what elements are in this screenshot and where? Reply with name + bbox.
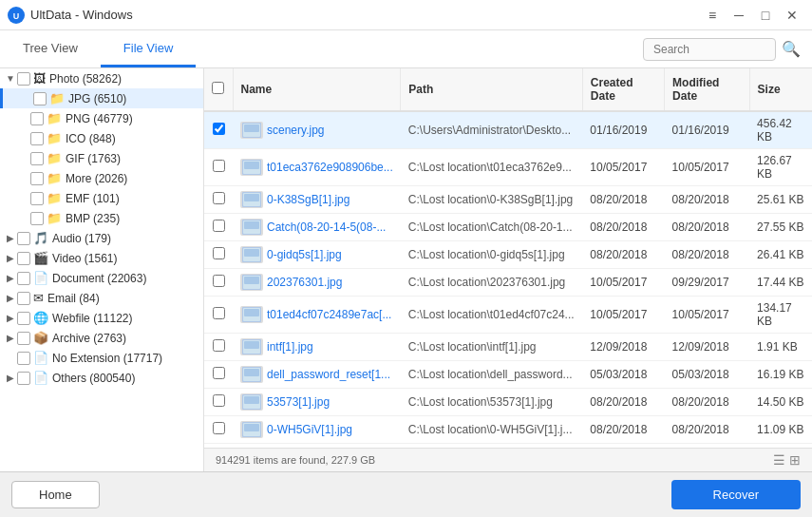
document-checkbox[interactable] [17,272,30,285]
audio-checkbox[interactable] [17,232,30,245]
email-checkbox[interactable] [17,292,30,305]
sidebar-item-bmp[interactable]: 📁 BMP (235) [0,208,203,228]
table-row[interactable]: Catch(08-20-14-5(08-... C:\Lost location… [204,214,812,241]
row-path-3: C:\Lost location\Catch(08-20-1... [401,214,583,241]
row-checkbox-cell-2[interactable] [204,186,233,214]
row-checkbox-cell-8[interactable] [204,361,233,389]
col-path-header[interactable]: Path [401,68,583,111]
minimize-button[interactable]: ─ [727,4,751,27]
row-checkbox-6[interactable] [213,307,225,319]
bmp-checkbox[interactable] [30,212,44,225]
col-size-header[interactable]: Size [749,68,812,111]
col-modified-header[interactable]: Modified Date [665,68,749,111]
sidebar-item-emf[interactable]: 📁 EMF (101) [0,188,203,208]
row-checkbox-cell-6[interactable] [204,297,233,334]
home-button[interactable]: Home [11,481,100,508]
table-row[interactable]: 0-K38SgB[1].jpg C:\Lost location\0-K38Sg… [204,186,812,214]
row-checkbox-7[interactable] [213,339,225,352]
col-created-header[interactable]: Created Date [582,68,664,111]
sidebar-item-png[interactable]: 📁 PNG (46779) [0,108,203,128]
search-icon[interactable]: 🔍 [782,40,801,58]
row-checkbox-cell-10[interactable] [204,416,233,444]
row-checkbox-cell-4[interactable] [204,241,233,269]
file-thumb-1 [240,159,263,176]
others-checkbox[interactable] [17,372,30,385]
sidebar-item-webfile[interactable]: ▶ 🌐 Webfile (11122) [0,308,203,328]
row-checkbox-5[interactable] [213,275,225,287]
sidebar-item-jpg[interactable]: 📁 JPG (6510) [0,88,203,108]
table-row[interactable]: 0-gidq5s[1].jpg C:\Lost location\0-gidq5… [204,241,812,269]
sidebar-item-ico[interactable]: 📁 ICO (848) [0,128,203,148]
table-row[interactable]: t01ed4cf07c2489e7ac[... C:\Lost location… [204,297,812,334]
tab-tree-view[interactable]: Tree View [0,30,101,67]
more-checkbox[interactable] [30,172,44,185]
file-area: Name Path Created Date Modified Date [204,68,812,471]
video-checkbox[interactable] [17,252,30,265]
row-path-9: C:\Lost location\53573[1].jpg [401,389,583,416]
row-checkbox-8[interactable] [213,367,225,379]
maximize-button[interactable]: □ [753,4,778,27]
select-all-checkbox[interactable] [212,82,224,94]
row-checkbox-cell-7[interactable] [204,334,233,361]
png-label: PNG (46779) [66,112,133,125]
table-row[interactable]: 0-WH5GiV[1].jpg C:\Lost location\0-WH5Gi… [204,416,812,444]
table-row[interactable]: dell_password_reset[1... C:\Lost locatio… [204,361,812,389]
more-label: More (2026) [66,172,127,185]
webfile-checkbox[interactable] [17,312,30,325]
audio-label: Audio (179) [52,232,111,245]
row-path-4: C:\Lost location\0-gidq5s[1].jpg [401,241,583,269]
photo-checkbox[interactable] [17,72,30,86]
row-checkbox-cell-0[interactable] [204,111,233,149]
table-row[interactable]: intf[1].jpg C:\Lost location\intf[1].jpg… [204,334,812,361]
sidebar-item-video[interactable]: ▶ 🎬 Video (1561) [0,248,203,268]
sidebar-item-gif[interactable]: 📁 GIF (1763) [0,148,203,168]
sidebar: ▼ 🖼 Photo (58262) 📁 JPG (6510) 📁 PNG (46… [0,68,204,471]
jpg-checkbox[interactable] [33,92,47,105]
gif-checkbox[interactable] [30,152,44,165]
col-name-header[interactable]: Name [233,68,401,111]
table-row[interactable]: scenery.jpg C:\Users\Administrator\Deskt… [204,111,812,149]
row-size-7: 1.91 KB [749,334,812,361]
main-container: Tree View File View 🔍 ▼ 🖼 Photo (58262) [0,30,812,517]
row-checkbox-cell-9[interactable] [204,389,233,416]
row-name-5: 202376301.jpg [233,269,401,297]
others-expand-icon: ▶ [4,373,17,383]
row-checkbox-3[interactable] [213,220,225,232]
row-checkbox-0[interactable] [213,123,225,135]
menu-button[interactable]: ≡ [700,4,725,27]
search-input[interactable] [643,38,776,61]
table-row[interactable]: 53573[1].jpg C:\Lost location\53573[1].j… [204,389,812,416]
sidebar-item-more[interactable]: 📁 More (2026) [0,168,203,188]
row-checkbox-cell-5[interactable] [204,269,233,297]
sidebar-item-noext[interactable]: 📄 No Extension (17717) [0,348,203,368]
recover-button[interactable]: Recover [671,480,801,509]
sidebar-item-audio[interactable]: ▶ 🎵 Audio (179) [0,228,203,248]
grid-view-icon[interactable]: ⊞ [789,452,801,468]
sidebar-item-photo[interactable]: ▼ 🖼 Photo (58262) [0,68,203,88]
tab-file-view[interactable]: File View [101,30,197,67]
col-check-header[interactable] [204,68,233,111]
close-button[interactable]: ✕ [780,4,804,27]
sidebar-item-email[interactable]: ▶ ✉ Email (84) [0,288,203,308]
emf-checkbox[interactable] [30,192,44,205]
row-checkbox-2[interactable] [213,192,225,204]
list-view-icon[interactable]: ☰ [773,452,785,468]
sidebar-item-others[interactable]: ▶ 📄 Others (800540) [0,368,203,388]
sidebar-item-document[interactable]: ▶ 📄 Document (22063) [0,268,203,288]
title-bar: U UltData - Windows ≡ ─ □ ✕ [0,0,812,30]
row-checkbox-9[interactable] [213,394,225,407]
archive-checkbox[interactable] [17,332,30,345]
noext-checkbox[interactable] [17,352,30,365]
png-checkbox[interactable] [30,112,44,125]
table-row[interactable]: 202376301.jpg C:\Lost location\202376301… [204,269,812,297]
row-checkbox-cell-3[interactable] [204,214,233,241]
ico-checkbox[interactable] [30,132,44,145]
table-row[interactable]: t01eca3762e908906be... C:\Lost location\… [204,149,812,186]
video-label: Video (1561) [52,252,118,265]
row-checkbox-cell-1[interactable] [204,149,233,186]
row-checkbox-4[interactable] [213,247,225,259]
row-checkbox-1[interactable] [213,160,225,172]
email-label: Email (84) [47,292,100,305]
row-checkbox-10[interactable] [213,422,225,434]
sidebar-item-archive[interactable]: ▶ 📦 Archive (2763) [0,328,203,348]
